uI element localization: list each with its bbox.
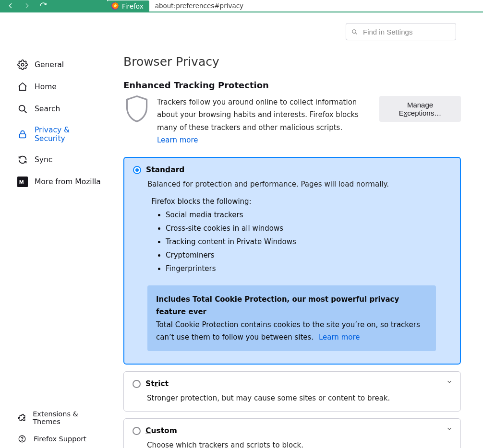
sidebar-item-label: General xyxy=(35,60,64,69)
lock-icon xyxy=(17,129,28,140)
block-item: Fingerprinters xyxy=(166,264,450,273)
sidebar-item-general[interactable]: General xyxy=(0,54,108,76)
etp-row: Trackers follow you around online to col… xyxy=(123,96,461,146)
address-url: about:preferences#privacy xyxy=(155,2,243,10)
refresh-button[interactable] xyxy=(39,2,47,10)
shield-icon xyxy=(123,94,150,125)
option-desc-strict: Stronger protection, but may cause some … xyxy=(147,394,451,402)
manage-exceptions-button[interactable]: Manage Exceptions… xyxy=(379,96,461,122)
nav-button-zone xyxy=(0,0,107,12)
footer-link-label: Firefox Support xyxy=(34,435,86,443)
gear-icon xyxy=(17,59,28,70)
browser-tab[interactable]: Firefox xyxy=(107,0,149,12)
settings-search[interactable] xyxy=(346,23,456,40)
footer-firefox-support[interactable]: Firefox Support xyxy=(0,430,108,448)
puzzle-icon xyxy=(17,413,26,423)
settings-search-input[interactable] xyxy=(362,27,455,36)
protection-level-options: Standard Balanced for protection and per… xyxy=(123,157,461,448)
address-bar[interactable]: about:preferences#privacy xyxy=(149,0,483,12)
sidebar-item-label: Privacy & Security xyxy=(35,126,101,143)
svg-point-5 xyxy=(22,440,22,441)
radio-standard[interactable] xyxy=(133,166,141,174)
panel-learn-more-link[interactable]: Learn more xyxy=(319,333,360,342)
svg-point-6 xyxy=(352,29,356,33)
sidebar-item-home[interactable]: Home xyxy=(0,76,108,98)
option-title-strict: Strict xyxy=(145,379,169,388)
etp-description: Trackers follow you around online to col… xyxy=(157,96,373,146)
etp-heading: Enhanced Tracking Protection xyxy=(123,80,461,90)
chevron-down-icon xyxy=(446,425,453,432)
protection-option-custom[interactable]: Custom Choose which trackers and scripts… xyxy=(123,418,461,448)
block-item: Cross-site cookies in all windows xyxy=(166,224,450,233)
firefox-logo-icon xyxy=(111,2,119,10)
main-content: Browser Privacy Enhanced Tracking Protec… xyxy=(108,12,483,448)
protection-option-strict[interactable]: Strict Stronger protection, but may caus… xyxy=(123,371,461,412)
sidebar-item-label: Search xyxy=(35,105,60,113)
footer-link-label: Extensions & Themes xyxy=(33,410,101,425)
browser-chrome-bar: Firefox about:preferences#privacy xyxy=(0,0,483,12)
sidebar-item-search[interactable]: Search xyxy=(0,98,108,120)
sync-icon xyxy=(17,154,28,165)
page-title: Browser Privacy xyxy=(123,55,461,69)
option-title-custom: Custom xyxy=(145,426,177,435)
panel-body: Total Cookie Protection contains cookies… xyxy=(156,320,420,342)
svg-point-1 xyxy=(19,106,25,111)
radio-strict[interactable] xyxy=(133,380,141,388)
sidebar-item-privacy[interactable]: Privacy & Security xyxy=(0,120,108,149)
back-button[interactable] xyxy=(7,2,14,10)
protection-option-standard[interactable]: Standard Balanced for protection and per… xyxy=(123,157,461,365)
block-item: Social media trackers xyxy=(166,211,450,219)
svg-rect-2 xyxy=(20,134,26,138)
sidebar-item-sync[interactable]: Sync xyxy=(0,149,108,171)
search-icon xyxy=(17,104,28,114)
svg-point-0 xyxy=(21,63,24,66)
sidebar-item-label: More from Mozilla xyxy=(35,177,101,186)
etp-blurb: Trackers follow you around online to col… xyxy=(157,98,359,132)
sidebar: General Home Search Privacy & Security S… xyxy=(0,12,108,448)
sidebar-item-label: Sync xyxy=(35,155,52,164)
search-icon xyxy=(351,28,358,35)
option-desc-standard: Balanced for protection and performance.… xyxy=(147,180,450,189)
block-item: Tracking content in Private Windows xyxy=(166,237,450,246)
chevron-down-icon xyxy=(446,378,453,385)
sidebar-item-more-mozilla[interactable]: More from Mozilla xyxy=(0,171,108,193)
preferences-page: General Home Search Privacy & Security S… xyxy=(0,12,483,448)
option-desc-custom: Choose which trackers and scripts to blo… xyxy=(147,441,451,448)
blocks-intro: Firefox blocks the following: xyxy=(151,197,450,206)
home-icon xyxy=(17,82,28,92)
tab-label: Firefox xyxy=(122,2,144,10)
blocks-list: Social media trackers Cross-site cookies… xyxy=(157,211,450,273)
etp-learn-more-link[interactable]: Learn more xyxy=(157,136,198,144)
forward-button[interactable] xyxy=(23,2,31,10)
mozilla-icon xyxy=(17,177,28,187)
sidebar-item-label: Home xyxy=(35,83,57,91)
total-cookie-protection-panel: Includes Total Cookie Protection, our mo… xyxy=(147,285,436,351)
block-item: Cryptominers xyxy=(166,251,450,259)
help-icon xyxy=(17,434,27,444)
panel-title: Includes Total Cookie Protection, our mo… xyxy=(156,293,427,318)
radio-custom[interactable] xyxy=(133,427,141,435)
footer-extensions-themes[interactable]: Extensions & Themes xyxy=(0,406,108,430)
option-title-standard: Standard xyxy=(146,165,184,174)
